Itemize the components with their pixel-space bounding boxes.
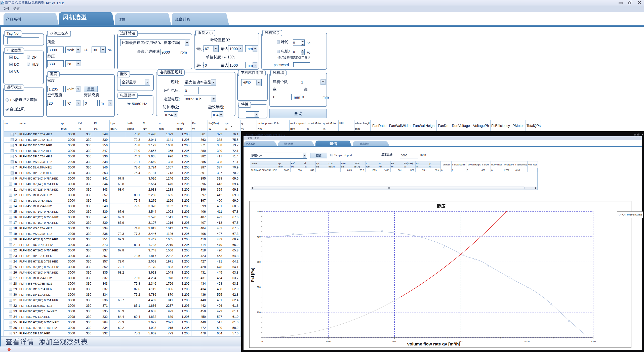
svg-text:0: 0 bbox=[261, 340, 263, 343]
svg-text:1000: 1000 bbox=[326, 340, 331, 343]
svg-text:Psf [Pa]: Psf [Pa] bbox=[250, 268, 255, 282]
svg-text:PLFH 400 DP 0.75A HEI2: PLFH 400 DP 0.75A HEI2 bbox=[622, 214, 642, 216]
svg-text:200: 200 bbox=[257, 286, 261, 288]
svg-text:volume flow rate qv [m³/h]: volume flow rate qv [m³/h] bbox=[407, 342, 460, 346]
svg-text:5000: 5000 bbox=[591, 340, 596, 343]
svg-text:400: 400 bbox=[257, 236, 261, 238]
svg-text:100: 100 bbox=[257, 311, 261, 314]
svg-text:300: 300 bbox=[257, 261, 261, 263]
svg-text:500: 500 bbox=[257, 210, 261, 213]
svg-text:2000: 2000 bbox=[392, 340, 397, 343]
svg-text:4000: 4000 bbox=[525, 340, 530, 343]
